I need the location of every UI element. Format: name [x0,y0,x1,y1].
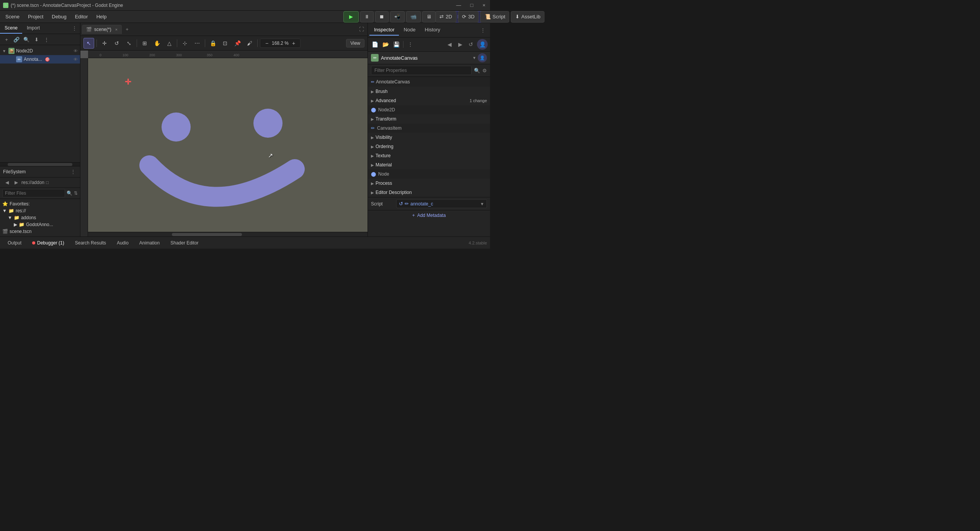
run-button[interactable]: ▶ [343,11,359,23]
tab-node[interactable]: Node [399,24,420,36]
tree-item-node2d[interactable]: ▼ 📦 Node2D 👁 [0,47,80,55]
menu-help[interactable]: Help [93,12,111,21]
panel-menu-icon[interactable]: ⋮ [69,23,80,34]
tab-import[interactable]: Import [22,23,44,34]
breadcrumb-back-button[interactable]: ◀ [3,179,11,186]
bottom-tab-shader[interactable]: Shader Editor [166,239,203,247]
fs-item-res[interactable]: ▼ 📁 res:// [0,207,80,214]
inspector-menu-button[interactable]: ⋮ [477,25,488,35]
zoom-out-button[interactable]: − [263,40,270,47]
brush-section[interactable]: ▶ Brush [368,87,490,96]
lock-button[interactable]: 🔒 [207,38,218,49]
search-scene-button[interactable]: 🔍 [22,35,31,44]
pin-button[interactable]: 📌 [232,38,243,49]
pan-tool-button[interactable]: ✋ [152,38,162,49]
fs-item-godotanno[interactable]: ▶ 📁 GodotAnno... [0,221,80,228]
movie-button[interactable]: 📹 [406,11,421,23]
paint-button[interactable]: 🖌 [244,38,255,49]
visibility-section[interactable]: ▶ Visibility [368,133,490,142]
process-section[interactable]: ▶ Process [368,179,490,188]
group-button[interactable]: ⊡ [220,38,230,49]
ruler-tool-button[interactable]: △ [164,38,175,49]
refresh-button[interactable]: ↺ [466,40,475,49]
mode-3d-button[interactable]: ⟳ 3D [458,11,479,23]
history-back-button[interactable]: ◀ [445,40,454,49]
filesystem-options-button[interactable]: ⋮ [69,168,77,176]
remote-button[interactable]: 👤 [477,39,488,50]
fs-item-addons[interactable]: ▼ 📁 addons [0,214,80,221]
node-avatar[interactable]: 👤 [478,53,487,62]
transform-section[interactable]: ▶ Transform [368,114,490,124]
fullscreen-button[interactable]: ⛶ [357,25,366,34]
filter-options-icon[interactable]: ⚙ [482,68,487,73]
bottom-tab-audio[interactable]: Audio [112,239,133,247]
advanced-section[interactable]: ▶ Advanced 1 change [368,96,490,105]
favorites-header[interactable]: ⭐ Favorites: [0,200,80,207]
canvas-viewport[interactable]: 0 100 200 300 350 400 [80,50,368,236]
bottom-tab-animation[interactable]: Animation [135,239,164,247]
bottom-tab-debugger[interactable]: Debugger (1) [28,239,69,247]
add-node-button[interactable]: + [2,35,11,44]
menu-project[interactable]: Project [24,12,47,21]
breadcrumb-forward-button[interactable]: ▶ [12,179,20,186]
script-button[interactable]: 📜 Script [480,11,490,23]
node-selector[interactable]: ✏ AnnotateCanvas ▾ 👤 [368,52,490,64]
open-folder-button[interactable]: 📂 [381,40,390,49]
select-tool-button[interactable]: ↖ [83,38,94,49]
tab-scene[interactable]: Scene [0,23,22,34]
material-section[interactable]: ▶ Material [368,160,490,169]
new-file-button[interactable]: 📄 [370,40,379,49]
editor-description-section[interactable]: ▶ Editor Description [368,188,490,197]
tab-history[interactable]: History [420,24,445,36]
inspector-options-button[interactable]: ⋮ [406,40,415,49]
tree-label-annotatecanvas: Annota... [24,57,42,62]
minimize-button[interactable]: — [455,2,463,8]
maximize-button[interactable]: □ [469,2,475,8]
visibility-icon-node2d[interactable]: 👁 [74,49,78,53]
texture-section[interactable]: ▶ Texture [368,151,490,160]
fs-item-scene[interactable]: 🎬 scene.tscn [0,228,80,235]
scene-options-button[interactable]: ⋮ [42,35,51,44]
view-button[interactable]: View [346,39,364,47]
save-button[interactable]: 💾 [392,40,401,49]
remote-debug-button[interactable]: 📲 [390,11,405,23]
filter-search-icon[interactable]: 🔍 [474,68,480,73]
deploy-button[interactable]: 🖥 [422,11,436,23]
snap-options-button[interactable]: ⋯ [192,38,203,49]
pivot-button[interactable]: ⊞ [139,38,150,49]
node-selector-dropdown[interactable]: ▾ [473,55,475,60]
pause-button[interactable]: ⏸ [360,11,374,23]
menu-editor[interactable]: Editor [71,12,92,21]
filter-scene-button[interactable]: ⬇ [32,35,41,44]
close-button[interactable]: × [481,2,487,8]
tab-inspector[interactable]: Inspector [369,24,399,36]
scene-tree-scrollbar[interactable] [0,162,80,166]
zoom-in-button[interactable]: + [290,40,297,47]
menu-debug[interactable]: Debug [48,12,70,21]
add-tab-button[interactable]: + [122,25,132,34]
bottom-tab-output[interactable]: Output [3,239,26,247]
tree-item-annotatecanvas[interactable]: ✏ Annota... 🎯 👁 [0,55,80,64]
rotate-tool-button[interactable]: ↺ [111,38,122,49]
canvas-scrollbar-horizontal[interactable] [88,232,368,236]
move-tool-button[interactable]: ✛ [99,38,110,49]
menu-scene[interactable]: Scene [2,12,23,21]
filter-properties-input[interactable] [371,66,472,75]
stop-button[interactable]: ⏹ [375,11,389,23]
filesystem-sort-button[interactable]: ⇅ [74,189,78,197]
filesystem-search-input[interactable] [2,189,65,197]
ordering-section[interactable]: ▶ Ordering [368,142,490,151]
fs-label-scene: scene.tscn [10,229,31,234]
canvas-tab-scene[interactable]: 🎬 scene(*) × [82,25,122,34]
script-value[interactable]: ↺ ✏ annotate_c ▼ [396,199,487,208]
bottom-tab-search[interactable]: Search Results [70,239,111,247]
visibility-icon-annotate[interactable]: 👁 [74,57,78,62]
scene-tab-close-button[interactable]: × [115,27,118,32]
filesystem-search-icon[interactable]: 🔍 [67,189,72,197]
add-metadata-button[interactable]: + Add Metadata [368,210,490,220]
scale-tool-button[interactable]: ⤡ [124,38,134,49]
history-forward-button[interactable]: ▶ [456,40,465,49]
mode-2d-button[interactable]: ⇄ 2D [435,11,456,23]
snap-grid-button[interactable]: ⊹ [180,38,190,49]
link-node-button[interactable]: 🔗 [12,35,21,44]
